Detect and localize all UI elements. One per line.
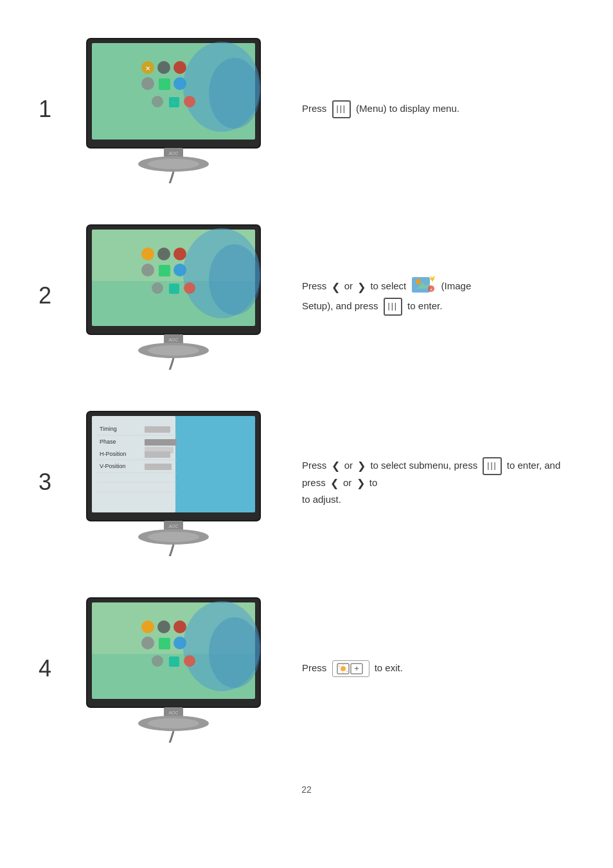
page: 1	[0, 0, 613, 868]
svg-point-78	[173, 637, 186, 649]
svg-rect-77	[159, 638, 170, 649]
svg-point-7	[173, 61, 186, 74]
svg-point-4	[209, 58, 260, 129]
svg-point-75	[173, 620, 186, 633]
step-4-row: 4	[39, 585, 574, 752]
svg-point-32	[152, 282, 163, 294]
svg-rect-33	[169, 284, 179, 294]
step-4-press-text: Press	[302, 662, 326, 673]
svg-rect-14	[169, 97, 179, 107]
svg-text:V-Position: V-Position	[100, 463, 126, 469]
svg-point-73	[141, 620, 154, 633]
step-2-number: 2	[39, 282, 71, 309]
step-3-instruction: Press ❮ or ❯ to select submenu, press ||…	[276, 457, 574, 507]
svg-text:AOC: AOC	[168, 524, 178, 529]
svg-rect-50	[145, 426, 170, 433]
step-2-or-text: or	[344, 280, 353, 291]
svg-rect-56	[145, 451, 170, 458]
svg-text:+: +	[354, 664, 359, 673]
svg-point-26	[141, 248, 154, 260]
svg-point-37	[148, 345, 199, 356]
step-3-submenu-text: to select submenu, press	[370, 460, 477, 471]
chevron-left-icon-2: ❮	[332, 279, 340, 296]
svg-point-76	[141, 637, 154, 649]
image-setup-icon: +	[412, 276, 435, 298]
svg-point-8	[141, 77, 154, 90]
svg-point-29	[141, 264, 154, 276]
svg-point-65	[148, 532, 199, 542]
chevron-left-icon-3a: ❮	[332, 458, 340, 475]
step-3-press-text: Press	[302, 460, 326, 471]
step-4-exit-text: to exit.	[375, 662, 403, 673]
step-1-mid-text: (Menu) to display menu.	[356, 103, 459, 114]
svg-text:Timing: Timing	[100, 426, 117, 432]
svg-text:AOC: AOC	[168, 151, 178, 156]
svg-point-31	[173, 264, 186, 276]
menu-icon-2: |||	[384, 298, 402, 315]
step-3-row: 3 Timing Phase H-Position	[39, 399, 574, 566]
chevron-right-icon-2: ❯	[357, 279, 366, 296]
svg-point-6	[157, 61, 170, 74]
step-3-or-text: or	[344, 460, 353, 471]
svg-point-15	[184, 96, 195, 107]
svg-point-72	[209, 617, 260, 688]
svg-point-89	[341, 666, 346, 671]
menu-icon-3: |||	[483, 457, 501, 475]
svg-point-74	[157, 620, 170, 633]
svg-point-42	[416, 279, 421, 284]
step-2-enter-text: to enter.	[407, 300, 442, 311]
step-3-monitor: Timing Phase H-Position V-Position	[71, 408, 276, 556]
step-3-or-text2: or	[343, 477, 351, 488]
svg-point-34	[184, 282, 195, 294]
svg-rect-53	[145, 439, 177, 446]
svg-rect-59	[145, 464, 172, 470]
svg-point-81	[184, 655, 195, 667]
svg-text:+: +	[430, 287, 433, 293]
svg-rect-9	[159, 78, 170, 90]
exit-icon: +	[332, 660, 369, 677]
svg-text:H-Position: H-Position	[100, 451, 127, 457]
step-2-image-label: (Image	[441, 280, 472, 291]
step-1-monitor: ✕ ✕ AOC	[71, 35, 276, 183]
svg-point-25	[209, 244, 260, 315]
step-2-select-text: to select	[370, 280, 406, 291]
svg-line-93	[346, 671, 348, 672]
svg-text:✕: ✕	[145, 65, 150, 72]
svg-point-28	[173, 248, 186, 260]
step-2-setup-label: Setup), and press	[302, 300, 378, 311]
step-1-instruction: Press ||| (Menu) to display menu.	[276, 100, 574, 118]
step-4-number: 4	[39, 655, 71, 682]
svg-point-27	[157, 248, 170, 260]
svg-rect-80	[169, 656, 179, 667]
svg-text:AOC: AOC	[168, 338, 178, 342]
step-1-number: 1	[39, 96, 71, 123]
step-3-to-text: to	[369, 477, 378, 488]
svg-line-92	[339, 665, 340, 667]
step-3-adjust-text: to adjust.	[302, 494, 341, 505]
svg-text:AOC: AOC	[168, 710, 178, 715]
chevron-left-icon-3b: ❮	[330, 475, 339, 492]
chevron-right-icon-3b: ❯	[357, 475, 365, 492]
step-1-row: 1	[39, 26, 574, 193]
step-2-instruction: Press ❮ or ❯ to select + (Image Setup), …	[276, 276, 574, 315]
svg-point-13	[152, 96, 163, 107]
step-2-row: 2	[39, 212, 574, 379]
chevron-right-icon-3a: ❯	[357, 458, 366, 475]
step-4-instruction: Press + to exit.	[276, 660, 574, 677]
page-number: 22	[39, 784, 574, 795]
svg-point-79	[152, 655, 163, 667]
svg-point-84	[148, 718, 199, 728]
step-1-press-text: Press	[302, 103, 326, 114]
step-2-press-text: Press	[302, 280, 326, 291]
svg-text:Phase: Phase	[100, 439, 116, 445]
step-4-monitor: AOC	[71, 595, 276, 743]
menu-icon-1: |||	[332, 100, 351, 118]
step-2-monitor: AOC	[71, 222, 276, 370]
svg-point-10	[173, 77, 186, 90]
step-3-number: 3	[39, 469, 71, 496]
svg-rect-30	[159, 265, 170, 276]
svg-point-18	[148, 159, 199, 169]
